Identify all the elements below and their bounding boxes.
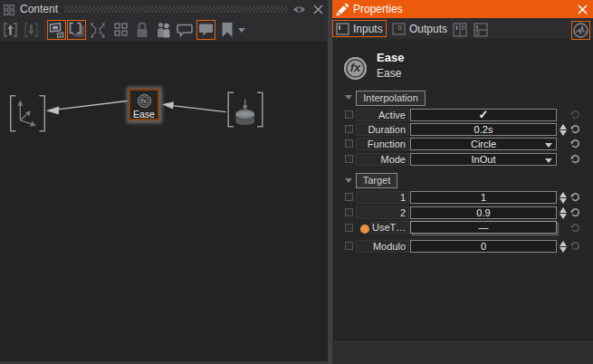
svg-text:0: 0 <box>476 30 480 36</box>
svg-text:0: 0 <box>462 24 465 31</box>
svg-text:0: 0 <box>397 24 402 32</box>
